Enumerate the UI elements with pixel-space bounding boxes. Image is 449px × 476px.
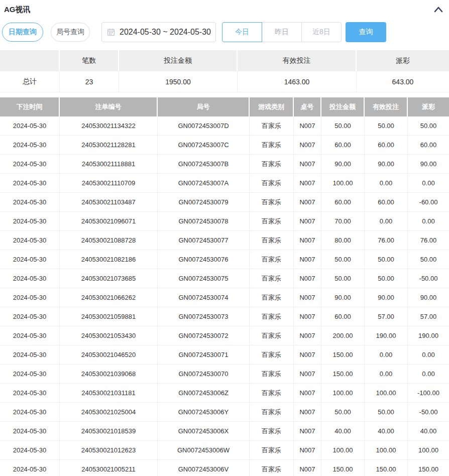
summary-header-payout: 派彩: [357, 50, 449, 71]
header-round-no: 局号: [158, 97, 250, 116]
cell-payout: 190.00: [408, 326, 449, 345]
last-8-days-button[interactable]: 近8日: [301, 22, 342, 42]
cell-bet-amount: 80.00: [321, 231, 365, 250]
header-game-type: 游戏类别: [250, 97, 294, 116]
cell-game-type: 百家乐: [250, 193, 294, 212]
cell-payout: -50.00: [408, 403, 449, 422]
cell-payout: 100.00: [408, 441, 449, 460]
cell-bet-amount: 50.00: [321, 116, 365, 136]
cell-bet-no: 240530021082186: [60, 250, 158, 269]
summary-header-blank: [0, 50, 60, 71]
cell-bet-amount: 150.00: [321, 365, 365, 384]
cell-bet-no: 240530021134322: [60, 116, 158, 136]
cell-valid-bet: 190.00: [365, 326, 408, 345]
cell-table-no: N007: [294, 174, 321, 193]
table-row: 2024-05-30 240530021046520 GN00724530071…: [0, 345, 449, 365]
date-query-tab[interactable]: 日期查询: [2, 23, 43, 42]
cell-game-type: 百家乐: [250, 365, 294, 384]
cell-round-no: GN0072453006W: [158, 441, 250, 460]
cell-bet-no: 240530021118881: [60, 155, 158, 174]
cell-bet-time: 2024-05-30: [0, 250, 60, 269]
cell-bet-no: 240530021046520: [60, 345, 158, 365]
cell-bet-amount: 100.00: [321, 174, 365, 193]
cell-bet-time: 2024-05-30: [0, 288, 60, 307]
cell-game-type: 百家乐: [250, 441, 294, 460]
cell-game-type: 百家乐: [250, 288, 294, 307]
cell-valid-bet: 0.00: [365, 174, 408, 193]
cell-valid-bet: 100.00: [365, 441, 408, 460]
cell-bet-amount: 150.00: [321, 460, 365, 476]
cell-table-no: N007: [294, 288, 321, 307]
cell-payout: 0.00: [408, 174, 449, 193]
table-row: 2024-05-30 240530021039068 GN00724530070…: [0, 365, 449, 384]
table-row: 2024-05-30 240530021053430 GN00724530072…: [0, 326, 449, 345]
cell-payout: 90.00: [408, 155, 449, 174]
date-range-input[interactable]: 2024-05-30 ~ 2024-05-30: [101, 22, 216, 42]
cell-bet-no: 240530021059881: [60, 307, 158, 326]
cell-valid-bet: 40.00: [365, 422, 408, 441]
cell-round-no: GN00724530076: [158, 250, 250, 269]
cell-table-no: N007: [294, 193, 321, 212]
cell-table-no: N007: [294, 460, 321, 476]
cell-table-no: N007: [294, 250, 321, 269]
cell-game-type: 百家乐: [250, 326, 294, 345]
cell-bet-amount: 50.00: [321, 269, 365, 288]
cell-payout: -100.00: [408, 384, 449, 403]
cell-bet-time: 2024-05-30: [0, 441, 60, 460]
header-valid-bet: 有效投注: [365, 97, 408, 116]
cell-payout: 57.00: [408, 307, 449, 326]
table-row: 2024-05-30 240530021073685 GN00724530075…: [0, 269, 449, 288]
yesterday-button[interactable]: 昨日: [262, 22, 302, 42]
cell-game-type: 百家乐: [250, 403, 294, 422]
cell-payout: 50.00: [408, 116, 449, 136]
cell-round-no: GN00724530077: [158, 231, 250, 250]
search-button[interactable]: 查询: [346, 22, 386, 42]
table-row: 2024-05-30 240530021096071 GN00724530078…: [0, 212, 449, 231]
cell-game-type: 百家乐: [250, 307, 294, 326]
cell-table-no: N007: [294, 136, 321, 155]
cell-round-no: GN0072453006Y: [158, 403, 250, 422]
cell-valid-bet: 60.00: [365, 136, 408, 155]
summary-header-count: 笔数: [60, 50, 119, 71]
cell-bet-time: 2024-05-30: [0, 193, 60, 212]
summary-table: 笔数 投注金额 有效投注 派彩 总计 23 1950.00 1463.00 64…: [0, 50, 449, 92]
cell-bet-amount: 150.00: [321, 345, 365, 365]
cell-bet-no: 240530021128281: [60, 136, 158, 155]
summary-total-row: 总计 23 1950.00 1463.00 643.00: [0, 71, 449, 92]
chevron-up-icon: [434, 7, 443, 15]
summary-total-bet-amount: 1950.00: [119, 71, 238, 92]
summary-total-valid-bet: 1463.00: [238, 71, 357, 92]
cell-bet-amount: 200.00: [321, 326, 365, 345]
cell-valid-bet: 0.00: [365, 345, 408, 365]
cell-round-no: GN00724530072: [158, 326, 250, 345]
page-header: AG视讯: [0, 0, 449, 15]
cell-bet-amount: 60.00: [321, 136, 365, 155]
cell-bet-time: 2024-05-30: [0, 116, 60, 136]
today-button[interactable]: 今日: [222, 22, 262, 42]
table-row: 2024-05-30 240530021066262 GN00724530074…: [0, 288, 449, 307]
table-row: 2024-05-30 240530021025004 GN0072453006Y…: [0, 403, 449, 422]
table-row: 2024-05-30 240530021018539 GN0072453006X…: [0, 422, 449, 441]
cell-payout: 40.00: [408, 422, 449, 441]
round-query-tab[interactable]: 局号查询: [51, 23, 90, 42]
cell-bet-amount: 70.00: [321, 212, 365, 231]
cell-payout: 0.00: [408, 345, 449, 365]
cell-payout: 150.00: [408, 460, 449, 476]
bets-header-row: 下注时间 注单编号 局号 游戏类别 桌号 投注金额 有效投注 派彩: [0, 97, 449, 116]
cell-game-type: 百家乐: [250, 250, 294, 269]
cell-bet-time: 2024-05-30: [0, 269, 60, 288]
cell-bet-time: 2024-05-30: [0, 136, 60, 155]
collapse-panel-button[interactable]: [434, 6, 443, 13]
cell-round-no: GN0072453007B: [158, 155, 250, 174]
cell-table-no: N007: [294, 403, 321, 422]
cell-bet-amount: 100.00: [321, 384, 365, 403]
cell-payout: 76.00: [408, 231, 449, 250]
cell-table-no: N007: [294, 269, 321, 288]
cell-round-no: GN00724530074: [158, 288, 250, 307]
date-range-value: 2024-05-30 ~ 2024-05-30: [120, 28, 211, 37]
calendar-icon: [107, 28, 115, 36]
header-bet-time: 下注时间: [0, 97, 60, 116]
cell-game-type: 百家乐: [250, 345, 294, 365]
cell-valid-bet: 0.00: [365, 212, 408, 231]
cell-bet-no: 240530021031181: [60, 384, 158, 403]
